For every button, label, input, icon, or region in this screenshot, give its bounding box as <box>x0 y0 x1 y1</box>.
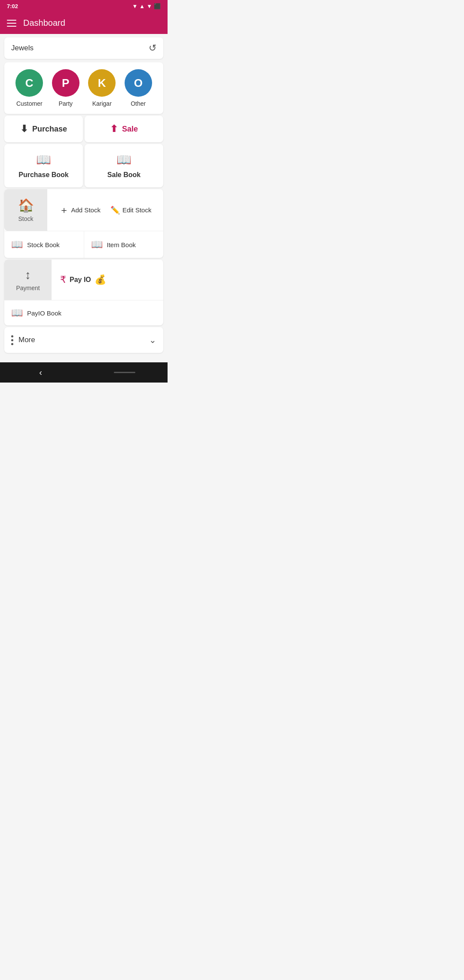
add-stock-button[interactable]: ＋ Add Stock <box>59 204 101 217</box>
home-indicator <box>114 372 135 373</box>
status-icons: ▼ ▲ ▼ ⬛ <box>132 3 161 9</box>
time-display: 7:02 <box>7 3 18 9</box>
payio-book-icon: 📖 <box>11 307 23 318</box>
more-left: More <box>11 335 35 345</box>
item-book-label: Item Book <box>107 241 136 248</box>
stock-section: 🏠 Stock ＋ Add Stock ✏️ Edit Stock 📖 Stoc… <box>4 189 163 258</box>
party-button[interactable]: P Party <box>52 69 79 107</box>
sale-book-button[interactable]: 📖 Sale Book <box>85 144 163 187</box>
add-icon: ＋ <box>59 204 69 217</box>
main-content: Jewels ↺ C Customer P Party K Karigar O … <box>0 37 168 359</box>
payio-book-label: PayIO Book <box>27 309 61 317</box>
more-label: More <box>18 336 35 344</box>
stock-house-icon: 🏠 <box>18 198 34 213</box>
sale-button[interactable]: ⬆ Sale <box>85 116 163 142</box>
edit-stock-label: Edit Stock <box>122 206 152 214</box>
chevron-down-icon: ⌄ <box>149 335 156 345</box>
rupee-icon: ₹ <box>60 274 66 285</box>
customer-button[interactable]: C Customer <box>15 69 43 107</box>
navigation-bar: ‹ <box>0 362 168 383</box>
purchase-sale-row: ⬇ Purchase ⬆ Sale <box>4 116 163 142</box>
status-bar: 7:02 ▼ ▲ ▼ ⬛ <box>0 0 168 12</box>
item-book-button[interactable]: 📖 Item Book <box>84 231 164 258</box>
purchase-down-icon: ⬇ <box>20 123 28 135</box>
contacts-row: C Customer P Party K Karigar O Other <box>11 69 156 107</box>
item-book-icon: 📖 <box>91 239 103 250</box>
other-avatar: O <box>125 69 152 97</box>
other-label: Other <box>131 100 146 107</box>
stock-book-icon: 📖 <box>11 239 23 250</box>
edit-icon: ✏️ <box>110 205 120 215</box>
stock-button[interactable]: 🏠 Stock <box>4 189 47 231</box>
books-row: 📖 Purchase Book 📖 Sale Book <box>4 144 163 187</box>
coins-icon: 💰 <box>95 274 106 285</box>
sale-book-icon: 📖 <box>116 153 131 167</box>
page-title: Dashboard <box>23 18 65 28</box>
business-name: Jewels <box>11 44 34 52</box>
add-stock-label: Add Stock <box>71 206 101 214</box>
sale-label: Sale <box>122 125 138 134</box>
karigar-label: Karigar <box>92 100 112 107</box>
sale-up-icon: ⬆ <box>110 123 118 135</box>
customer-label: Customer <box>16 100 43 107</box>
reload-icon[interactable]: ↺ <box>149 43 156 54</box>
pay-io-book-button[interactable]: 📖 PayIO Book <box>4 300 163 325</box>
purchase-label: Purchase <box>32 125 67 134</box>
stock-label: Stock <box>18 215 33 222</box>
contacts-section: C Customer P Party K Karigar O Other <box>4 62 163 114</box>
stock-books-row: 📖 Stock Book 📖 Item Book <box>4 231 163 258</box>
stock-book-label: Stock Book <box>27 241 60 248</box>
more-button[interactable]: More ⌄ <box>4 327 163 353</box>
pay-io-button[interactable]: ₹ Pay IO 💰 <box>52 267 163 292</box>
stock-top-row: 🏠 Stock ＋ Add Stock ✏️ Edit Stock <box>4 189 163 231</box>
other-button[interactable]: O Other <box>125 69 152 107</box>
karigar-avatar: K <box>88 69 116 97</box>
payment-button[interactable]: ↕ Payment <box>4 260 52 300</box>
stock-actions: ＋ Add Stock ✏️ Edit Stock <box>47 197 163 224</box>
party-label: Party <box>58 100 73 107</box>
purchase-book-label: Purchase Book <box>18 171 68 179</box>
customer-avatar: C <box>15 69 43 97</box>
more-dots-icon <box>11 335 13 345</box>
purchase-book-button[interactable]: 📖 Purchase Book <box>4 144 83 187</box>
purchase-book-icon: 📖 <box>36 153 51 167</box>
payment-transfer-icon: ↕ <box>25 268 31 282</box>
back-button[interactable]: ‹ <box>32 366 49 379</box>
edit-stock-button[interactable]: ✏️ Edit Stock <box>110 205 152 215</box>
app-header: Dashboard <box>0 12 168 34</box>
stock-book-button[interactable]: 📖 Stock Book <box>4 231 84 258</box>
purchase-button[interactable]: ⬇ Purchase <box>4 116 83 142</box>
payment-section: ↕ Payment ₹ Pay IO 💰 📖 PayIO Book <box>4 260 163 325</box>
payment-label: Payment <box>16 285 40 291</box>
sale-book-label: Sale Book <box>107 171 140 179</box>
payment-top-row: ↕ Payment ₹ Pay IO 💰 <box>4 260 163 300</box>
pay-io-label: Pay IO <box>70 276 91 284</box>
party-avatar: P <box>52 69 79 97</box>
karigar-button[interactable]: K Karigar <box>88 69 116 107</box>
menu-button[interactable] <box>7 20 16 27</box>
search-bar[interactable]: Jewels ↺ <box>4 37 163 59</box>
